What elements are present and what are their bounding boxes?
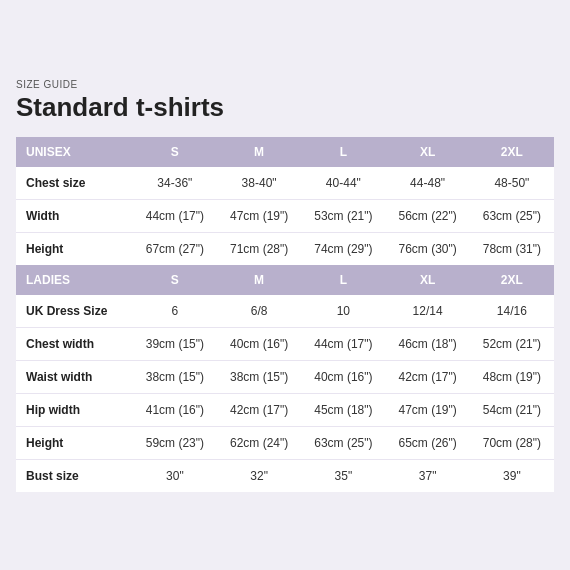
table-row: Width44cm (17")47cm (19")53cm (21")56cm … (16, 199, 554, 232)
cell-value: 65cm (26") (385, 426, 469, 459)
unisex-col-xl: XL (385, 137, 469, 167)
cell-value: 74cm (29") (301, 232, 385, 265)
size-table: UNISEX S M L XL 2XL Chest size34-36"38-4… (16, 137, 554, 492)
cell-value: 40-44" (301, 167, 385, 200)
ladies-col-2xl: 2XL (470, 265, 554, 295)
cell-value: 45cm (18") (301, 393, 385, 426)
table-row: UK Dress Size66/81012/1414/16 (16, 295, 554, 328)
ladies-col-m: M (217, 265, 301, 295)
table-row: Hip width41cm (16")42cm (17")45cm (18")4… (16, 393, 554, 426)
cell-value: 70cm (28") (470, 426, 554, 459)
cell-value: 41cm (16") (133, 393, 217, 426)
cell-value: 63cm (25") (470, 199, 554, 232)
row-label: Waist width (16, 360, 133, 393)
ladies-col-l: L (301, 265, 385, 295)
cell-value: 38-40" (217, 167, 301, 200)
cell-value: 6/8 (217, 295, 301, 328)
row-label: Chest width (16, 327, 133, 360)
table-row: Chest width39cm (15")40cm (16")44cm (17"… (16, 327, 554, 360)
unisex-header-row: UNISEX S M L XL 2XL (16, 137, 554, 167)
cell-value: 34-36" (133, 167, 217, 200)
table-row: Height67cm (27")71cm (28")74cm (29")76cm… (16, 232, 554, 265)
row-label: Hip width (16, 393, 133, 426)
cell-value: 6 (133, 295, 217, 328)
unisex-col-s: S (133, 137, 217, 167)
table-row: Height59cm (23")62cm (24")63cm (25")65cm… (16, 426, 554, 459)
cell-value: 47cm (19") (217, 199, 301, 232)
cell-value: 56cm (22") (385, 199, 469, 232)
cell-value: 67cm (27") (133, 232, 217, 265)
cell-value: 10 (301, 295, 385, 328)
cell-value: 46cm (18") (385, 327, 469, 360)
cell-value: 14/16 (470, 295, 554, 328)
row-label: Chest size (16, 167, 133, 200)
cell-value: 39" (470, 459, 554, 492)
cell-value: 47cm (19") (385, 393, 469, 426)
table-row: Chest size34-36"38-40"40-44"44-48"48-50" (16, 167, 554, 200)
ladies-col-s: S (133, 265, 217, 295)
unisex-col-m: M (217, 137, 301, 167)
cell-value: 52cm (21") (470, 327, 554, 360)
table-row: Bust size30"32"35"37"39" (16, 459, 554, 492)
cell-value: 78cm (31") (470, 232, 554, 265)
cell-value: 38cm (15") (217, 360, 301, 393)
ladies-col-xl: XL (385, 265, 469, 295)
cell-value: 39cm (15") (133, 327, 217, 360)
cell-value: 35" (301, 459, 385, 492)
ladies-label: LADIES (16, 265, 133, 295)
row-label: Height (16, 426, 133, 459)
cell-value: 62cm (24") (217, 426, 301, 459)
row-label: UK Dress Size (16, 295, 133, 328)
row-label: Width (16, 199, 133, 232)
cell-value: 40cm (16") (301, 360, 385, 393)
cell-value: 44cm (17") (301, 327, 385, 360)
cell-value: 32" (217, 459, 301, 492)
page-title: Standard t-shirts (16, 92, 554, 123)
cell-value: 54cm (21") (470, 393, 554, 426)
ladies-header: LADIES S M L XL 2XL (16, 265, 554, 295)
cell-value: 59cm (23") (133, 426, 217, 459)
cell-value: 53cm (21") (301, 199, 385, 232)
cell-value: 63cm (25") (301, 426, 385, 459)
cell-value: 40cm (16") (217, 327, 301, 360)
cell-value: 44-48" (385, 167, 469, 200)
cell-value: 38cm (15") (133, 360, 217, 393)
ladies-body: UK Dress Size66/81012/1414/16Chest width… (16, 295, 554, 492)
unisex-col-2xl: 2XL (470, 137, 554, 167)
cell-value: 42cm (17") (217, 393, 301, 426)
guide-label: SIZE GUIDE (16, 79, 554, 90)
size-guide-container: SIZE GUIDE Standard t-shirts UNISEX S M … (0, 61, 570, 510)
cell-value: 76cm (30") (385, 232, 469, 265)
row-label: Bust size (16, 459, 133, 492)
unisex-col-l: L (301, 137, 385, 167)
cell-value: 48-50" (470, 167, 554, 200)
cell-value: 12/14 (385, 295, 469, 328)
unisex-body: Chest size34-36"38-40"40-44"44-48"48-50"… (16, 167, 554, 265)
ladies-header-row: LADIES S M L XL 2XL (16, 265, 554, 295)
table-row: Waist width38cm (15")38cm (15")40cm (16"… (16, 360, 554, 393)
cell-value: 37" (385, 459, 469, 492)
row-label: Height (16, 232, 133, 265)
unisex-label: UNISEX (16, 137, 133, 167)
cell-value: 44cm (17") (133, 199, 217, 232)
cell-value: 48cm (19") (470, 360, 554, 393)
cell-value: 30" (133, 459, 217, 492)
cell-value: 42cm (17") (385, 360, 469, 393)
cell-value: 71cm (28") (217, 232, 301, 265)
